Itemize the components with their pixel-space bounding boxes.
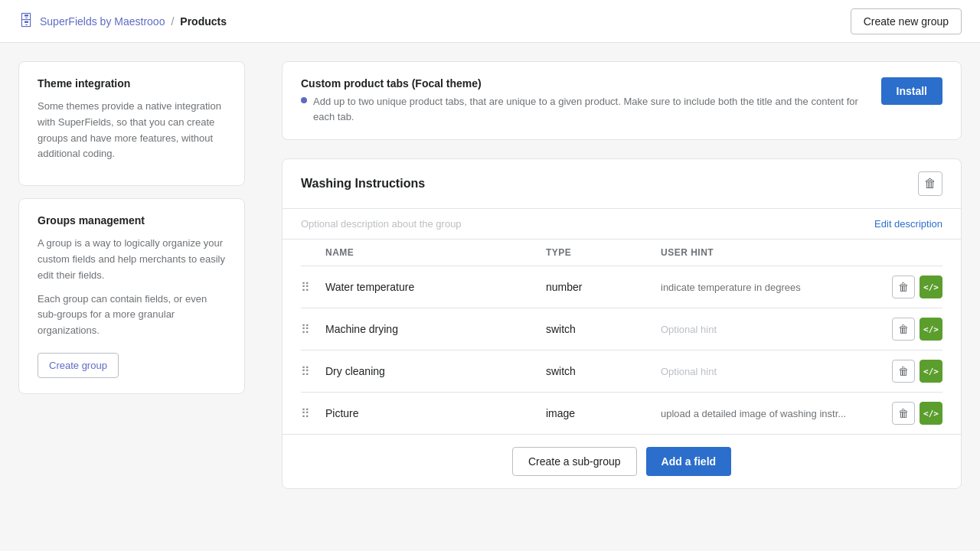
- field-delete-button[interactable]: 🗑: [892, 360, 915, 383]
- field-hint: upload a detailed image of washing instr…: [661, 408, 881, 419]
- field-type: switch: [546, 365, 661, 377]
- theme-card-content: Custom product tabs (Focal theme) Add up…: [301, 77, 869, 124]
- col-user-hint: USER HINT: [661, 247, 881, 258]
- theme-card: Custom product tabs (Focal theme) Add up…: [282, 61, 962, 140]
- theme-integration-title: Theme integration: [38, 77, 226, 90]
- create-group-button[interactable]: Create group: [38, 353, 119, 378]
- right-panel: Custom product tabs (Focal theme) Add up…: [282, 61, 962, 489]
- col-drag: [301, 247, 325, 258]
- group-description-row: Optional description about the group Edi…: [283, 209, 961, 240]
- bullet-dot-icon: [301, 97, 307, 103]
- trash-icon: 🗑: [898, 323, 909, 335]
- field-hint: indicate temperature in degrees: [661, 282, 881, 293]
- table-row: ⠿ Machine drying switch Optional hint 🗑 …: [301, 308, 942, 350]
- create-subgroup-button[interactable]: Create a sub-group: [512, 447, 637, 476]
- code-icon: </>: [923, 367, 939, 377]
- groups-management-section: Groups management A group is a way to lo…: [18, 198, 245, 394]
- field-name: Dry cleaning: [325, 365, 546, 377]
- drag-handle-icon[interactable]: ⠿: [301, 364, 325, 379]
- field-type: switch: [546, 323, 661, 335]
- theme-integration-section: Theme integration Some themes provide a …: [18, 61, 245, 186]
- field-type: number: [546, 281, 661, 293]
- theme-bullet-text: Add up to two unique product tabs, that …: [313, 94, 869, 124]
- field-delete-button[interactable]: 🗑: [892, 318, 915, 341]
- fields-table: NAME TYPE USER HINT ⠿ Water temperature …: [283, 240, 961, 434]
- table-row: ⠿ Dry cleaning switch Optional hint 🗑 </…: [301, 350, 942, 393]
- edit-description-button[interactable]: Edit description: [874, 218, 942, 230]
- code-icon: </>: [923, 324, 939, 334]
- col-type: TYPE: [546, 247, 661, 258]
- group-description-placeholder: Optional description about the group: [301, 218, 462, 230]
- field-code-button[interactable]: </>: [920, 276, 942, 298]
- trash-icon: 🗑: [898, 365, 909, 377]
- theme-bullet-row: Add up to two unique product tabs, that …: [301, 94, 869, 124]
- group-title: Washing Instructions: [301, 177, 425, 191]
- table-row: ⠿ Water temperature number indicate temp…: [301, 266, 942, 308]
- install-button[interactable]: Install: [881, 77, 942, 105]
- nav-breadcrumb: 🗄 SuperFields by Maestrooo / Products: [18, 12, 227, 30]
- field-name: Water temperature: [325, 281, 546, 293]
- field-code-button[interactable]: </>: [920, 318, 942, 341]
- group-card-footer: Create a sub-group Add a field: [283, 434, 961, 488]
- group-delete-button[interactable]: 🗑: [918, 171, 942, 196]
- create-new-group-button[interactable]: Create new group: [851, 8, 962, 34]
- field-delete-button[interactable]: 🗑: [892, 402, 915, 425]
- field-hint-placeholder: Optional hint: [661, 366, 881, 377]
- trash-icon: 🗑: [898, 407, 909, 419]
- field-actions: 🗑 </>: [881, 402, 942, 425]
- code-icon: </>: [923, 282, 939, 292]
- field-type: image: [546, 407, 661, 419]
- add-field-button[interactable]: Add a field: [646, 447, 732, 476]
- table-header: NAME TYPE USER HINT: [301, 240, 942, 266]
- page-content: Theme integration Some themes provide a …: [0, 43, 980, 507]
- field-code-button[interactable]: </>: [920, 402, 942, 425]
- left-panel: Theme integration Some themes provide a …: [18, 61, 263, 489]
- code-icon: </>: [923, 409, 939, 419]
- nav-separator: /: [171, 15, 174, 28]
- drag-handle-icon[interactable]: ⠿: [301, 322, 325, 337]
- field-name: Machine drying: [325, 323, 546, 335]
- field-code-button[interactable]: </>: [920, 360, 942, 383]
- drag-handle-icon[interactable]: ⠿: [301, 280, 325, 295]
- trash-icon: 🗑: [898, 281, 909, 293]
- col-name: NAME: [325, 247, 546, 258]
- field-actions: 🗑 </>: [881, 360, 942, 383]
- field-delete-button[interactable]: 🗑: [892, 276, 915, 298]
- col-actions: [881, 247, 942, 258]
- group-card: Washing Instructions 🗑 Optional descript…: [282, 158, 962, 489]
- database-icon: 🗄: [18, 12, 34, 30]
- group-card-header: Washing Instructions 🗑: [283, 159, 961, 209]
- table-row: ⠿ Picture image upload a detailed image …: [301, 393, 942, 434]
- trash-icon: 🗑: [924, 177, 936, 191]
- field-actions: 🗑 </>: [881, 276, 942, 298]
- nav-page-title: Products: [180, 15, 227, 28]
- drag-handle-icon[interactable]: ⠿: [301, 406, 325, 421]
- field-hint-placeholder: Optional hint: [661, 324, 881, 335]
- top-nav: 🗄 SuperFields by Maestrooo / Products Cr…: [0, 0, 980, 43]
- theme-card-title: Custom product tabs (Focal theme): [301, 77, 869, 90]
- theme-card-inner: Custom product tabs (Focal theme) Add up…: [301, 77, 942, 124]
- theme-integration-description: Some themes provide a native integration…: [38, 99, 226, 162]
- groups-management-title: Groups management: [38, 214, 226, 227]
- nav-app-name[interactable]: SuperFields by Maestrooo: [40, 15, 165, 28]
- field-actions: 🗑 </>: [881, 318, 942, 341]
- field-name: Picture: [325, 407, 546, 419]
- groups-management-description2: Each group can contain fields, or even s…: [38, 292, 226, 339]
- groups-management-description1: A group is a way to logically organize y…: [38, 236, 226, 283]
